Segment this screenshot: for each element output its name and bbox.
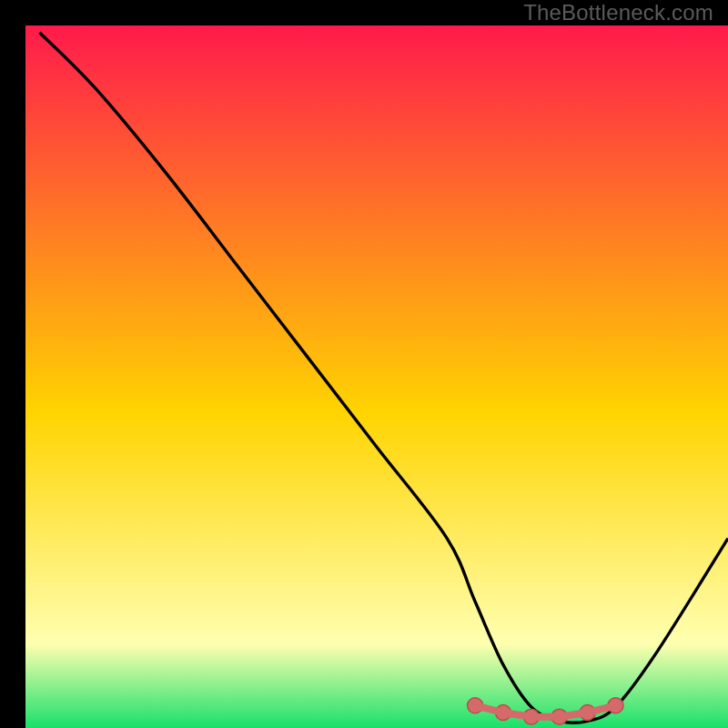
watermark-text: TheBottleneck.com	[523, 2, 713, 24]
bottleneck-chart	[25, 25, 728, 728]
chart-frame	[13, 13, 715, 715]
